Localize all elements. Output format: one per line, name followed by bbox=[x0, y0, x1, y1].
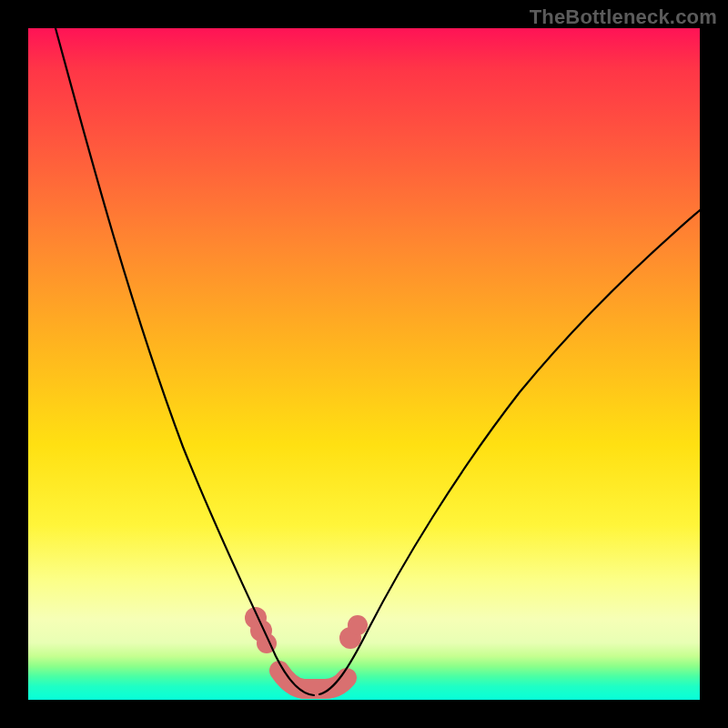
svg-point-4 bbox=[348, 615, 368, 635]
watermark-text: TheBottleneck.com bbox=[530, 5, 717, 29]
chart-container: TheBottleneck.com bbox=[0, 0, 728, 728]
right-curve-line bbox=[319, 210, 700, 694]
plot-area bbox=[28, 28, 700, 700]
curve-layer bbox=[28, 28, 700, 700]
optimal-zone-highlight bbox=[245, 607, 368, 689]
left-curve-line bbox=[56, 28, 314, 695]
